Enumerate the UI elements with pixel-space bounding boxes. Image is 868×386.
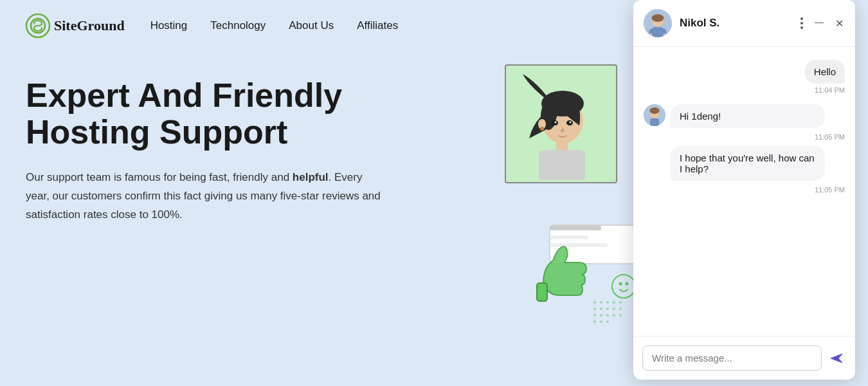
send-icon	[829, 351, 844, 365]
svg-point-29	[593, 314, 596, 317]
agent-msg-1-block: Hi 1deng! 11:05 PM	[671, 104, 845, 141]
svg-point-33	[619, 314, 622, 317]
more-dots-icon	[800, 17, 803, 29]
svg-point-13	[569, 122, 571, 124]
svg-rect-15	[550, 225, 601, 230]
chat-header-actions: — ✕	[799, 15, 845, 31]
svg-point-37	[612, 275, 635, 298]
svg-point-28	[619, 308, 622, 310]
svg-rect-47	[650, 118, 659, 126]
nav-links: Hosting Technology About Us Affiliates	[150, 19, 399, 32]
character-illustration	[505, 64, 617, 183]
agent-name: Nikol S.	[680, 17, 791, 30]
nav-about-us[interactable]: About Us	[289, 19, 334, 32]
chat-messages: Hello 11:04 PM Hi 1deng! 11:05 PM I ho	[633, 47, 855, 336]
hero-title: Expert And Friendly Hosting Support	[26, 77, 424, 151]
nav-affiliates[interactable]: Affiliates	[357, 19, 398, 32]
svg-point-20	[600, 301, 602, 304]
chat-minimize-button[interactable]: —	[813, 15, 825, 28]
svg-point-30	[600, 314, 602, 317]
message-agent-row: Hi 1deng! 11:05 PM I hope that you're we…	[644, 104, 845, 194]
hero-description: Our support team is famous for being fas…	[26, 169, 386, 225]
svg-point-9	[540, 127, 544, 131]
thumbs-illustration	[511, 219, 640, 328]
agent-msg-1-time: 11:05 PM	[671, 133, 845, 141]
character-svg	[510, 68, 613, 180]
svg-point-24	[593, 308, 596, 310]
agent-msg-2-text: I hope that you're well, how can I help?	[671, 146, 825, 181]
chat-input-area	[633, 336, 855, 380]
svg-point-32	[613, 314, 615, 317]
agent-msg-2-time: 11:05 PM	[671, 186, 845, 194]
svg-rect-4	[539, 150, 585, 180]
nav-technology[interactable]: Technology	[210, 19, 266, 32]
agent-avatar-small	[644, 104, 665, 126]
svg-point-25	[600, 308, 602, 310]
agent-msg-1-text: Hi 1deng!	[671, 104, 825, 128]
svg-point-22	[613, 301, 615, 304]
message-hello-text: Hello	[805, 60, 845, 84]
svg-point-11	[554, 122, 556, 124]
agent-avatar	[644, 9, 672, 37]
svg-point-21	[606, 301, 609, 304]
message-hello: Hello 11:04 PM	[644, 60, 845, 94]
agent-msg-2-block: I hope that you're well, how can I help?…	[671, 146, 845, 194]
svg-point-27	[613, 308, 615, 310]
svg-point-38	[619, 282, 622, 286]
svg-point-42	[652, 14, 664, 22]
svg-point-19	[593, 301, 596, 304]
agent-messages-content: Hi 1deng! 11:05 PM I hope that you're we…	[671, 104, 845, 194]
chat-more-button[interactable]	[799, 16, 804, 30]
svg-point-23	[619, 301, 622, 304]
chat-message-input[interactable]	[642, 345, 822, 371]
close-icon: ✕	[835, 17, 844, 30]
svg-point-26	[606, 308, 609, 310]
logo-text: SiteGround	[54, 17, 125, 34]
chat-send-button[interactable]	[827, 349, 846, 368]
logo[interactable]: SiteGround	[26, 14, 125, 38]
chat-header: Nikol S. — ✕	[633, 0, 855, 47]
hero-section: Expert And Friendly Hosting Support Our …	[0, 51, 450, 225]
svg-rect-16	[550, 235, 588, 239]
chat-widget: Nikol S. — ✕ Hello 11:04 PM	[633, 0, 855, 380]
thumbsup-svg	[511, 219, 640, 328]
nav-hosting[interactable]: Hosting	[150, 19, 188, 32]
svg-point-46	[650, 107, 660, 114]
svg-rect-17	[550, 243, 608, 247]
svg-point-31	[606, 314, 609, 317]
message-hello-time: 11:04 PM	[815, 86, 845, 94]
svg-point-36	[606, 320, 609, 323]
minimize-icon: —	[815, 17, 824, 27]
logo-icon	[26, 14, 50, 38]
svg-point-34	[593, 320, 596, 323]
svg-point-35	[600, 320, 602, 323]
svg-rect-18	[537, 283, 547, 301]
chat-close-button[interactable]: ✕	[834, 16, 845, 31]
svg-point-39	[626, 282, 629, 286]
